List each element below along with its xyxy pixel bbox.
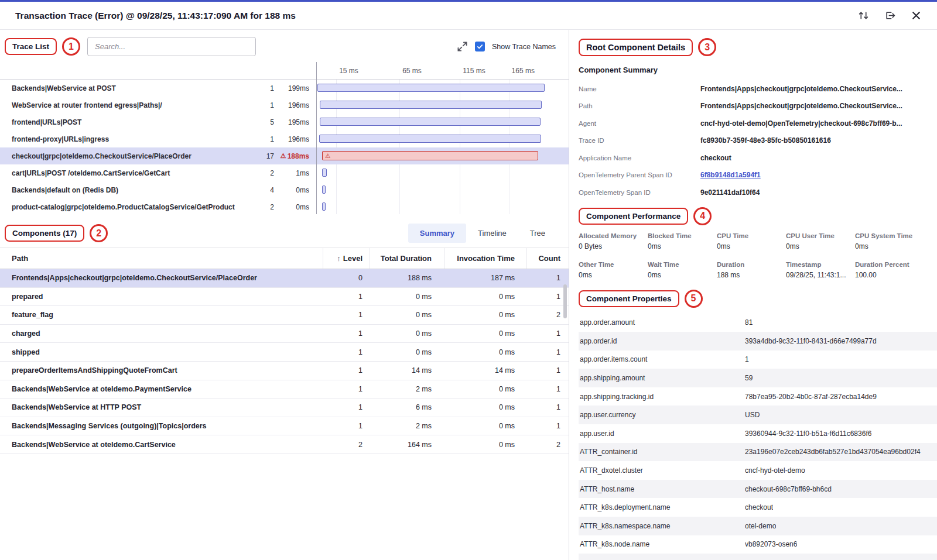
trace-row[interactable]: product-catalog|grpc|oteldemo.ProductCat…: [0, 198, 569, 214]
property-row: app.user.id 39360944-9c32-11f0-b51a-f6d1…: [579, 424, 937, 443]
trace-duration-bar[interactable]: ⚠: [320, 118, 541, 126]
component-row[interactable]: prepared 1 0 ms 0 ms 1: [0, 288, 569, 307]
trace-duration-bar[interactable]: ⚠: [322, 202, 326, 211]
component-count: 1: [526, 403, 569, 411]
column-header-invocation-time[interactable]: Invocation Time: [444, 248, 526, 269]
component-row[interactable]: Backends|WebService at oteldemo.PaymentS…: [0, 380, 569, 399]
components-tab[interactable]: Tree: [518, 224, 557, 243]
component-row[interactable]: shipped 1 0 ms 0 ms 1: [0, 343, 569, 362]
performance-metric: Blocked Time 0ms: [648, 232, 713, 250]
trace-duration: ⚠ 196ms: [274, 101, 316, 109]
components-tab[interactable]: Summary: [408, 224, 466, 243]
property-value: 393a4dbd-9c32-11f0-8431-d66e7499a77d: [745, 337, 877, 345]
property-key: app.order.amount: [579, 318, 745, 327]
component-path: prepareOrderItemsAndShippingQuoteFromCar…: [0, 366, 323, 375]
component-total-duration: 2 ms: [370, 422, 444, 430]
close-icon[interactable]: [911, 10, 922, 21]
component-row[interactable]: prepareOrderItemsAndShippingQuoteFromCar…: [0, 362, 569, 380]
summary-field-value: fc8930b7-359f-48e3-85fc-b50850161616: [700, 136, 840, 145]
component-properties-title-row: Component Properties 5: [579, 290, 937, 308]
column-header-count[interactable]: Count: [526, 248, 569, 269]
annotation-3: 3: [698, 38, 716, 56]
expand-icon[interactable]: [457, 41, 468, 52]
property-row: app.shipping.amount 59: [579, 369, 937, 387]
summary-field-label: OpenTelemetry Span ID: [579, 189, 700, 196]
time-tick-label: 65 ms: [399, 67, 422, 75]
trace-duration-bar[interactable]: ⚠: [322, 185, 326, 194]
summary-field-value: 9e021141daf10f64: [700, 188, 769, 197]
sort-ascending-icon: ↑: [337, 254, 341, 263]
component-row[interactable]: charged 1 0 ms 0 ms 1: [0, 325, 569, 343]
component-level: 1: [323, 403, 370, 411]
summary-field-row: Name Frontends|Apps|checkout|grpc|otelde…: [579, 80, 937, 98]
trace-duration-bar[interactable]: ⚠: [317, 84, 545, 92]
column-header-total-duration[interactable]: Total Duration: [370, 248, 444, 269]
trace-duration-bar[interactable]: ⚠: [322, 169, 327, 177]
property-key: ATTR_k8s.node.name: [579, 540, 745, 548]
component-count: 1: [526, 274, 569, 282]
performance-metric: Allocated Memory 0 Bytes: [579, 232, 644, 250]
scrollbar-thumb[interactable]: [563, 284, 567, 318]
property-key: ATTR_host.name: [579, 485, 745, 493]
component-summary-title: Component Summary: [579, 66, 937, 74]
component-total-duration: 2 ms: [370, 385, 444, 393]
timeline-axis-line: [316, 62, 317, 214]
components-title: Components (17): [5, 225, 84, 242]
trace-count: 1: [246, 135, 274, 143]
component-invocation-time: 0 ms: [444, 422, 526, 430]
show-trace-names-checkbox[interactable]: [475, 42, 485, 51]
component-invocation-time: 187 ms: [444, 274, 526, 282]
import-export-icon[interactable]: [858, 10, 869, 21]
trace-count: 1: [246, 84, 274, 92]
property-key: ATTR_dxotel.cluster: [579, 466, 745, 475]
trace-row[interactable]: Backends|WebService at POST 1 ⚠ 199ms ⚠: [0, 80, 569, 97]
trace-duration: ⚠ 0ms: [274, 203, 316, 211]
component-invocation-time: 0 ms: [444, 311, 526, 319]
trace-list-title: Trace List: [5, 38, 57, 55]
component-path: Frontends|Apps|checkout|grpc|oteldemo.Ch…: [0, 274, 323, 282]
export-icon[interactable]: [884, 10, 895, 21]
trace-row[interactable]: Backends|default on (Redis DB) 4 ⚠ 0ms ⚠: [0, 181, 569, 198]
performance-metric-label: Wait Time: [648, 261, 713, 268]
trace-duration-bar[interactable]: ⚠: [319, 135, 541, 143]
components-table-header: Path ↑Level Total Duration Invocation Ti…: [0, 248, 569, 269]
component-count: 2: [526, 441, 569, 449]
trace-row[interactable]: checkout|grpc|oteldemo.CheckoutService/P…: [0, 147, 569, 164]
trace-bar-track: ⚠: [316, 130, 560, 147]
component-row[interactable]: Backends|WebService at HTTP POST 1 6 ms …: [0, 398, 569, 417]
annotation-5: 5: [685, 290, 703, 308]
trace-duration: ⚠ 0ms: [274, 186, 316, 194]
column-header-path[interactable]: Path: [0, 248, 323, 269]
component-total-duration: 14 ms: [370, 366, 444, 375]
component-summary-fields: Name Frontends|Apps|checkout|grpc|otelde…: [579, 80, 937, 201]
component-invocation-time: 0 ms: [444, 293, 526, 301]
search-input[interactable]: [87, 37, 256, 56]
trace-rows-viewport: Backends|WebService at POST 1 ⚠ 199ms ⚠: [0, 80, 569, 214]
trace-row[interactable]: frontend|URLs|POST 5 ⚠ 195ms ⚠: [0, 114, 569, 130]
trace-name: Backends|default on (Redis DB): [0, 186, 246, 194]
trace-row[interactable]: frontend-proxy|URLs|ingress 1 ⚠ 196ms ⚠: [0, 130, 569, 147]
trace-name: checkout|grpc|oteldemo.CheckoutService/P…: [0, 152, 246, 160]
column-header-level[interactable]: ↑Level: [323, 248, 370, 269]
summary-field-value[interactable]: 6f8b9148d1a594f1: [700, 171, 770, 179]
component-row[interactable]: Backends|Messaging Services (outgoing)|T…: [0, 417, 569, 436]
performance-metric-value: 0ms: [648, 271, 713, 279]
property-row: app.order.amount 81: [579, 314, 937, 332]
summary-field-label: OpenTelemetry Parent Span ID: [579, 171, 700, 178]
trace-duration-bar[interactable]: ⚠: [320, 101, 542, 109]
trace-duration-bar[interactable]: ⚠: [322, 151, 538, 160]
trace-row[interactable]: WebService at router frontend egress|Pat…: [0, 97, 569, 114]
dialog-title: Transaction Trace (Error) @ 09/28/25, 11…: [15, 11, 296, 21]
trace-bar-track: ⚠: [316, 164, 560, 181]
property-value: checkout: [745, 503, 773, 511]
component-total-duration: 0 ms: [370, 329, 444, 338]
components-tab[interactable]: Timeline: [466, 224, 518, 243]
trace-name: frontend|URLs|POST: [0, 118, 246, 126]
component-row[interactable]: Frontends|Apps|checkout|grpc|oteldemo.Ch…: [0, 269, 569, 288]
trace-count: 1: [246, 101, 274, 109]
component-count: 2: [526, 311, 569, 319]
timeline-header: 15 ms65 ms115 ms165 ms: [0, 62, 569, 80]
component-row[interactable]: feature_flag 1 0 ms 0 ms 2: [0, 306, 569, 325]
component-row[interactable]: Backends|WebService at oteldemo.CartServ…: [0, 435, 569, 454]
trace-row[interactable]: cart|URLs|POST /oteldemo.CartService/Get…: [0, 164, 569, 181]
